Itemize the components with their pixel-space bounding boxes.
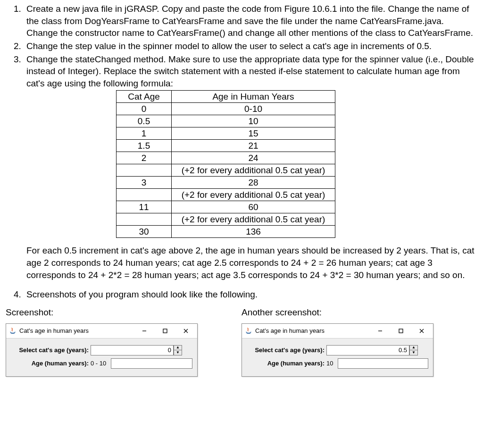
table-header-row: Cat Age Age in Human Years: [117, 91, 335, 103]
window-title: Cat's age in human years: [255, 327, 370, 335]
instruction-text: Create a new java file in jGRASP. Copy a…: [26, 4, 473, 38]
svg-rect-1: [163, 329, 167, 333]
instruction-item-1: Create a new java file in jGRASP. Copy a…: [24, 3, 477, 39]
human-years-value: 10: [325, 359, 333, 368]
java-icon: [9, 327, 17, 335]
table-row: 115: [117, 127, 335, 140]
cell-cat-age: 0.5: [117, 115, 172, 127]
human-years-label: Age (human years):: [11, 359, 89, 368]
close-button[interactable]: [411, 324, 432, 338]
spinner-up-button[interactable]: ▲: [409, 345, 418, 350]
instruction-text-after-table: For each 0.5 increment in cat's age abov…: [26, 245, 477, 281]
table-row: (+2 for every additional 0.5 cat year): [117, 164, 335, 177]
spinner-input[interactable]: [326, 345, 409, 355]
app-window-left: Cat's age in human years: [6, 323, 198, 377]
maximize-button[interactable]: [155, 324, 175, 338]
table-row: 224: [117, 152, 335, 164]
cell-cat-age: [117, 189, 172, 201]
cell-cat-age: [117, 164, 172, 177]
cell-human-years: 24: [172, 152, 335, 164]
screenshots-row: Screenshot: Cat's age in human years: [6, 306, 477, 377]
cell-cat-age: 0: [117, 103, 172, 115]
cell-human-years: 21: [172, 140, 335, 152]
cat-age-table: Cat Age Age in Human Years 00-10 0.510 1…: [116, 90, 335, 238]
human-years-label: Age (human years):: [247, 359, 325, 368]
instruction-text: Screenshots of you program should look l…: [26, 289, 258, 299]
table-row: 0.510: [117, 115, 335, 127]
instruction-list: Create a new java file in jGRASP. Copy a…: [6, 3, 477, 301]
cell-human-years: 15: [172, 127, 335, 140]
cell-cat-age: 1: [117, 127, 172, 140]
window-title: Cat's age in human years: [19, 327, 134, 335]
screenshot-label-right: Another screenshot:: [242, 306, 477, 319]
human-years-value: 0 - 10: [89, 359, 106, 368]
result-field: [338, 358, 428, 369]
header-cat-age: Cat Age: [117, 91, 172, 103]
table-row: (+2 for every additional 0.5 cat year): [117, 213, 335, 226]
instruction-item-3: Change the stateChanged method. Make sur…: [24, 53, 477, 281]
close-button[interactable]: [175, 324, 196, 338]
instruction-item-2: Change the step value in the spinner mod…: [24, 40, 477, 52]
table-row: 1160: [117, 201, 335, 213]
cat-age-spinner[interactable]: ▲ ▼: [91, 345, 182, 355]
cell-human-years: 0-10: [172, 103, 335, 115]
result-field: [111, 358, 192, 369]
spinner-down-button[interactable]: ▼: [409, 350, 418, 355]
app-window-right: Cat's age in human years: [242, 323, 433, 377]
cell-human-years: 10: [172, 115, 335, 127]
cell-cat-age: [117, 213, 172, 226]
cell-cat-age: 3: [117, 177, 172, 189]
table-row: 328: [117, 177, 335, 189]
maximize-button[interactable]: [391, 324, 411, 338]
table-row: (+2 for every additional 0.5 cat year): [117, 189, 335, 201]
select-age-label: Select cat's age (years):: [11, 346, 89, 355]
screenshot-label-left: Screenshot:: [6, 306, 242, 319]
instruction-text: Change the step value in the spinner mod…: [26, 41, 432, 51]
table-row: 30136: [117, 226, 335, 238]
svg-rect-5: [399, 329, 403, 333]
java-icon: [245, 327, 252, 335]
cell-human-years: 136: [172, 226, 335, 238]
spinner-down-button[interactable]: ▼: [174, 350, 182, 355]
cell-human-years: (+2 for every additional 0.5 cat year): [172, 189, 335, 201]
minimize-button[interactable]: [370, 324, 391, 338]
cell-cat-age: 30: [117, 226, 172, 238]
cell-human-years: 60: [172, 201, 335, 213]
titlebar: Cat's age in human years: [6, 324, 197, 338]
header-human-years: Age in Human Years: [172, 91, 335, 103]
spinner-input[interactable]: [91, 345, 174, 355]
table-row: 1.521: [117, 140, 335, 152]
spinner-up-button[interactable]: ▲: [174, 345, 182, 350]
cell-human-years: (+2 for every additional 0.5 cat year): [172, 213, 335, 226]
instruction-item-4: Screenshots of you program should look l…: [24, 288, 477, 301]
cell-human-years: 28: [172, 177, 335, 189]
cat-age-spinner[interactable]: ▲ ▼: [326, 345, 418, 355]
minimize-button[interactable]: [134, 324, 155, 338]
cell-human-years: (+2 for every additional 0.5 cat year): [172, 164, 335, 177]
table-row: 00-10: [117, 103, 335, 115]
cell-cat-age: 2: [117, 152, 172, 164]
titlebar: Cat's age in human years: [242, 324, 433, 338]
instruction-text: Change the stateChanged method. Make sur…: [26, 54, 474, 88]
select-age-label: Select cat's age (years):: [247, 346, 325, 355]
cell-cat-age: 11: [117, 201, 172, 213]
cell-cat-age: 1.5: [117, 140, 172, 152]
